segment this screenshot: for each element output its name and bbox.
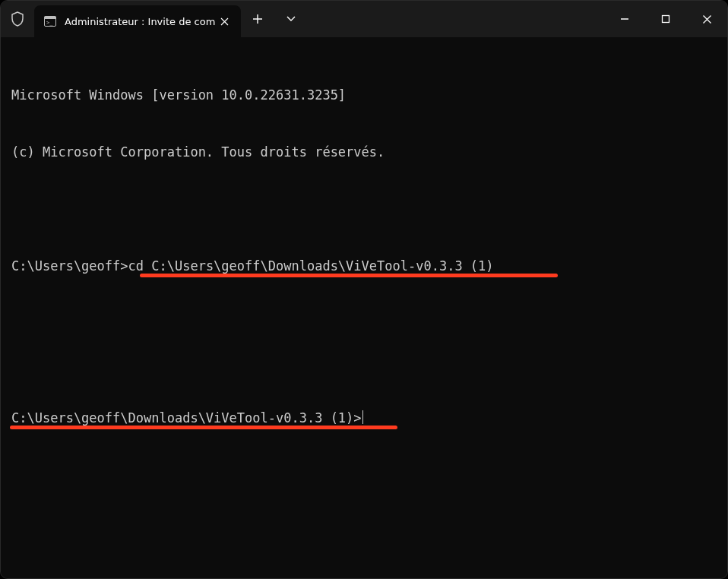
cursor — [362, 410, 363, 424]
terminal-output[interactable]: Microsoft Windows [version 10.0.22631.32… — [1, 37, 727, 578]
prompt-command: cd C:\Users\geoff\Downloads\ViVeTool-v0.… — [128, 258, 494, 274]
titlebar-drag-area[interactable] — [308, 1, 604, 37]
svg-rect-1 — [45, 17, 56, 20]
terminal-prompt-line: C:\Users\geoff\Downloads\ViVeTool-v0.3.3… — [11, 409, 718, 466]
text: (c) Microsoft Corporation. Tous droits r… — [11, 144, 385, 160]
close-window-button[interactable] — [686, 1, 727, 37]
terminal-line: Microsoft Windows [version 10.0.22631.32… — [11, 86, 718, 105]
minimize-button[interactable] — [604, 1, 645, 37]
prompt-path: C:\Users\geoff\Downloads\ViVeTool-v0.3.3… — [11, 410, 362, 426]
window: >_ Administrateur : Invite de com — [0, 0, 728, 579]
cmd-icon: >_ — [43, 14, 57, 28]
annotation-underline — [140, 274, 558, 277]
terminal-blank — [11, 200, 718, 219]
terminal-line: (c) Microsoft Corporation. Tous droits r… — [11, 143, 718, 162]
new-tab-button[interactable] — [241, 1, 274, 37]
titlebar[interactable]: >_ Administrateur : Invite de com — [1, 1, 727, 37]
terminal-blank — [11, 352, 718, 371]
maximize-button[interactable] — [645, 1, 686, 37]
tab-cmd[interactable]: >_ Administrateur : Invite de com — [34, 5, 241, 37]
tab-dropdown-button[interactable] — [274, 1, 308, 37]
close-tab-button[interactable] — [215, 12, 233, 30]
tab-title: Administrateur : Invite de com — [65, 16, 215, 27]
text: Microsoft Windows [version 10.0.22631.32… — [11, 87, 346, 103]
prompt-path: C:\Users\geoff> — [11, 258, 128, 274]
shield-icon — [1, 1, 34, 37]
svg-text:>_: >_ — [46, 20, 53, 26]
svg-rect-3 — [663, 16, 669, 23]
annotation-underline — [10, 426, 397, 429]
terminal-prompt-line: C:\Users\geoff>cd C:\Users\geoff\Downloa… — [11, 257, 718, 314]
